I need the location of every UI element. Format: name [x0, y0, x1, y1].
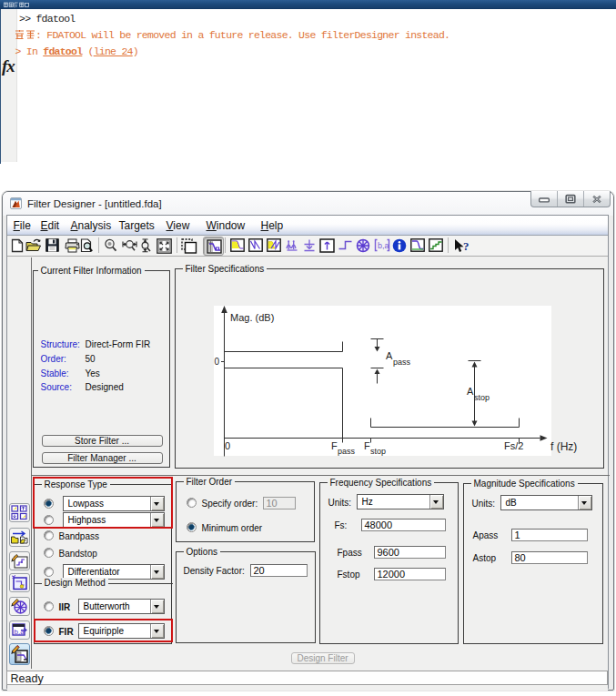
svg-text:F: F — [364, 440, 370, 451]
svg-text:Fs/2: Fs/2 — [504, 440, 523, 451]
svg-text:A: A — [467, 386, 474, 397]
svg-text:pass: pass — [393, 358, 411, 367]
svg-text:Mag. (dB): Mag. (dB) — [230, 312, 274, 323]
svg-text:stop: stop — [370, 447, 386, 456]
svg-text:F: F — [331, 440, 338, 451]
svg-text:stop: stop — [474, 393, 490, 402]
svg-text:A: A — [386, 350, 393, 361]
svg-text:pass: pass — [338, 447, 356, 456]
svg-text:b,a: b,a — [14, 627, 25, 635]
svg-text:?: ? — [463, 239, 470, 253]
svg-text:b,a: b,a — [378, 241, 389, 250]
svg-text:f (Hz): f (Hz) — [550, 440, 577, 453]
svg-text:0: 0 — [214, 356, 219, 366]
svg-text:0: 0 — [225, 440, 230, 451]
